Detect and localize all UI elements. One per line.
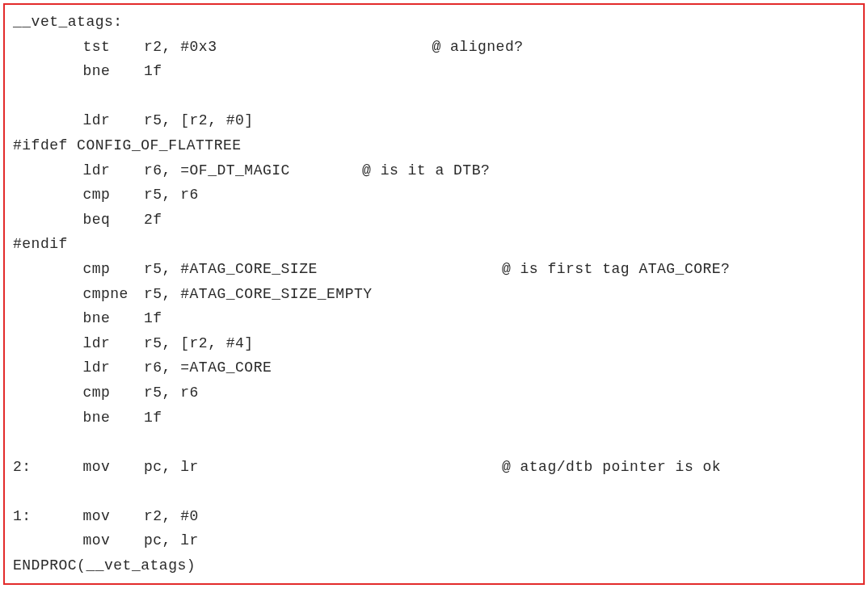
- code-opcode: bne: [82, 406, 144, 431]
- code-label: #endif: [13, 236, 68, 252]
- code-args: 2f: [144, 208, 432, 233]
- code-opcode: tst: [82, 35, 144, 60]
- code-line: bne1f: [13, 406, 855, 431]
- code-label: __vet_atags:: [13, 14, 123, 30]
- code-label: 1:: [13, 504, 82, 529]
- code-comment: @ aligned?: [432, 35, 523, 60]
- code-line: [13, 84, 855, 109]
- code-opcode: ldr: [82, 355, 144, 380]
- code-comment: @ atag/dtb pointer is ok: [502, 455, 721, 480]
- code-opcode: mov: [82, 528, 144, 553]
- code-line: movpc, lr: [13, 528, 855, 553]
- code-line: tstr2, #0x3@ aligned?: [13, 35, 855, 60]
- code-opcode: cmp: [82, 183, 144, 208]
- code-args: 1f: [144, 306, 432, 331]
- code-line: #endif: [13, 232, 855, 257]
- code-args: r2, #0x3: [144, 35, 432, 60]
- code-args: r6, =OF_DT_MAGIC: [144, 158, 362, 183]
- code-line: ldrr6, =OF_DT_MAGIC@ is it a DTB?: [13, 158, 855, 183]
- code-opcode: ldr: [82, 331, 144, 356]
- code-args: pc, lr: [144, 528, 432, 553]
- code-args: 1f: [144, 59, 432, 84]
- code-line: cmpner5, #ATAG_CORE_SIZE_EMPTY: [13, 282, 855, 307]
- code-label: ENDPROC(__vet_atags): [13, 557, 196, 574]
- code-line: ldrr5, [r2, #4]: [13, 331, 855, 356]
- code-args: r5, [r2, #4]: [144, 331, 432, 356]
- code-args: r5, r6: [144, 380, 432, 406]
- code-args: pc, lr: [144, 455, 502, 480]
- code-line: cmpr5, r6: [13, 183, 855, 208]
- code-line: bne1f: [13, 306, 855, 331]
- code-label: #ifdef CONFIG_OF_FLATTREE: [13, 137, 242, 153]
- code-line: ldrr5, [r2, #0]: [13, 108, 855, 133]
- code-opcode: beq: [82, 208, 144, 233]
- code-line: 1:movr2, #0: [13, 504, 855, 529]
- code-opcode: ldr: [82, 158, 144, 183]
- code-line: cmpr5, #ATAG_CORE_SIZE@ is first tag ATA…: [13, 257, 855, 282]
- code-args: r5, r6: [144, 183, 432, 208]
- code-line: ldrr6, =ATAG_CORE: [13, 355, 855, 380]
- code-opcode: mov: [82, 504, 144, 529]
- code-comment: @ is first tag ATAG_CORE?: [502, 257, 731, 282]
- code-opcode: cmp: [82, 257, 144, 282]
- code-opcode: cmp: [82, 380, 144, 406]
- code-opcode: cmpne: [82, 282, 144, 307]
- code-opcode: mov: [82, 455, 144, 480]
- code-line: beq2f: [13, 208, 855, 233]
- code-args: r5, [r2, #0]: [144, 108, 432, 133]
- code-args: r6, =ATAG_CORE: [144, 355, 432, 380]
- code-opcode: bne: [82, 306, 144, 331]
- code-line: bne1f: [13, 59, 855, 84]
- code-line: ENDPROC(__vet_atags): [13, 553, 855, 578]
- code-line: 2:movpc, lr@ atag/dtb pointer is ok: [13, 455, 855, 480]
- code-args: r5, #ATAG_CORE_SIZE_EMPTY: [144, 282, 432, 307]
- code-comment: @ is it a DTB?: [362, 158, 490, 183]
- assembly-code-block: __vet_atags:tstr2, #0x3@ aligned?bne1f l…: [3, 3, 865, 585]
- code-args: r2, #0: [144, 504, 432, 529]
- code-opcode: bne: [82, 59, 144, 84]
- code-line: #ifdef CONFIG_OF_FLATTREE: [13, 133, 855, 158]
- code-args: 1f: [144, 406, 432, 431]
- code-line: __vet_atags:: [13, 10, 855, 35]
- code-line: [13, 479, 855, 504]
- code-opcode: ldr: [82, 108, 144, 133]
- code-line: [13, 430, 855, 455]
- code-label: 2:: [13, 455, 82, 480]
- code-line: cmpr5, r6: [13, 380, 855, 406]
- code-args: r5, #ATAG_CORE_SIZE: [144, 257, 502, 282]
